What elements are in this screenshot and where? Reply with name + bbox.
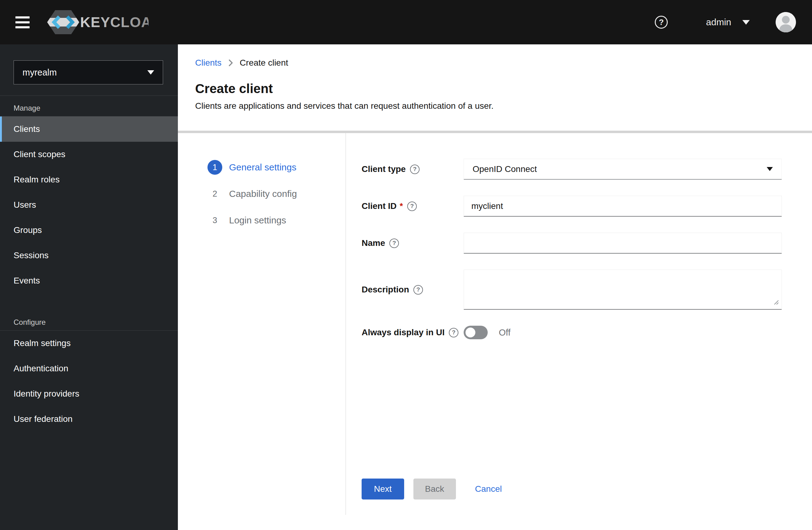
chevron-right-icon: [229, 59, 233, 67]
breadcrumb-current: Create client: [240, 58, 288, 68]
masthead-toolbar: admin: [655, 12, 796, 32]
wizard-actions: Next Back Cancel: [362, 479, 782, 500]
help-icon[interactable]: [655, 16, 668, 29]
client-type-select[interactable]: OpenID Connect: [464, 159, 782, 180]
next-button[interactable]: Next: [362, 479, 404, 500]
hamburger-bar: [15, 21, 30, 24]
keycloak-logo[interactable]: KEYCLOAK: [47, 8, 149, 36]
step-number: 2: [207, 187, 222, 201]
sidebar-item-realm-settings[interactable]: Realm settings: [0, 330, 178, 356]
description-label: Description: [362, 285, 464, 295]
chevron-down-icon: [767, 167, 773, 171]
avatar[interactable]: [775, 12, 796, 32]
wizard-steps-nav: 1 General settings 2 Capability config 3…: [178, 133, 346, 515]
masthead: KEYCLOAK admin: [0, 0, 812, 44]
help-icon[interactable]: [407, 202, 417, 211]
cancel-button[interactable]: Cancel: [475, 484, 502, 494]
svg-text:KEYCLOAK: KEYCLOAK: [80, 14, 149, 30]
chevron-down-icon: [147, 70, 154, 75]
client-type-value: OpenID Connect: [473, 164, 537, 174]
sidebar-item-groups[interactable]: Groups: [0, 218, 178, 243]
required-asterisk: *: [400, 202, 403, 211]
sidebar: myrealm Manage Clients Client scopes Rea…: [0, 44, 178, 530]
avatar-person-icon: [775, 12, 796, 32]
name-input[interactable]: [464, 233, 782, 254]
sidebar-item-sessions[interactable]: Sessions: [0, 243, 178, 268]
general-settings-form: Client type OpenID Connect Client ID *: [346, 133, 812, 530]
client-id-input[interactable]: [464, 196, 782, 217]
description-textarea[interactable]: [464, 270, 782, 310]
sidebar-item-client-scopes[interactable]: Client scopes: [0, 142, 178, 167]
help-icon[interactable]: [414, 285, 423, 295]
step-label: Login settings: [229, 215, 286, 225]
realm-selector-block: myrealm: [0, 44, 178, 96]
sidebar-item-clients[interactable]: Clients: [0, 117, 178, 142]
back-button[interactable]: Back: [414, 479, 456, 500]
page-title: Create client: [195, 81, 794, 97]
wizard-step-login-settings[interactable]: 3 Login settings: [207, 213, 346, 228]
client-id-row: Client ID *: [362, 196, 782, 217]
help-icon[interactable]: [449, 328, 459, 337]
main-content: Clients Create client Create client Clie…: [178, 44, 812, 530]
description-field-wrap: [464, 270, 782, 310]
step-number: 3: [207, 213, 222, 228]
realm-selector[interactable]: myrealm: [14, 60, 163, 85]
step-number: 1: [207, 160, 222, 175]
hamburger-bar: [15, 16, 30, 18]
keycloak-logo-graphic: KEYCLOAK: [47, 8, 149, 36]
breadcrumb: Clients Create client: [195, 58, 794, 68]
sidebar-item-user-federation[interactable]: User federation: [0, 407, 178, 432]
wizard: 1 General settings 2 Capability config 3…: [178, 133, 812, 530]
always-display-label: Always display in UI: [362, 327, 464, 337]
chevron-down-icon: [742, 20, 750, 25]
nav-section-manage: Manage Clients Client scopes Realm roles…: [0, 96, 178, 293]
sidebar-item-events[interactable]: Events: [0, 268, 178, 293]
nav-section-title: Configure: [0, 293, 178, 330]
realm-name: myrealm: [23, 68, 57, 78]
sidebar-item-users[interactable]: Users: [0, 192, 178, 218]
client-id-label: Client ID *: [362, 201, 464, 211]
nav-section-configure: Configure Realm settings Authentication …: [0, 293, 178, 432]
wizard-step-general-settings[interactable]: 1 General settings: [207, 160, 346, 175]
sidebar-item-authentication[interactable]: Authentication: [0, 356, 178, 381]
step-label: General settings: [229, 162, 296, 173]
name-label: Name: [362, 238, 464, 248]
client-type-label: Client type: [362, 164, 464, 174]
sidebar-item-realm-roles[interactable]: Realm roles: [0, 167, 178, 192]
sidebar-item-identity-providers[interactable]: Identity providers: [0, 381, 178, 407]
toggle-state-label: Off: [499, 327, 510, 338]
help-icon[interactable]: [389, 238, 399, 248]
hamburger-menu-icon[interactable]: [15, 16, 30, 28]
always-display-toggle[interactable]: [464, 326, 488, 339]
nav-section-title: Manage: [0, 96, 178, 117]
hamburger-bar: [15, 26, 30, 28]
client-type-row: Client type OpenID Connect: [362, 159, 782, 180]
help-icon[interactable]: [410, 164, 420, 174]
user-menu-dropdown[interactable]: admin: [706, 17, 750, 27]
wizard-step-capability-config[interactable]: 2 Capability config: [207, 187, 346, 201]
breadcrumb-link-clients[interactable]: Clients: [195, 58, 222, 68]
step-label: Capability config: [229, 189, 297, 199]
page-header: Clients Create client Create client Clie…: [178, 44, 812, 131]
header-divider: [178, 131, 812, 133]
toggle-knob: [465, 327, 475, 337]
name-row: Name: [362, 233, 782, 254]
page-subtitle: Clients are applications and services th…: [195, 101, 794, 112]
username-label: admin: [706, 17, 731, 27]
always-display-row: Always display in UI Off: [362, 326, 782, 339]
description-row: Description: [362, 270, 782, 310]
